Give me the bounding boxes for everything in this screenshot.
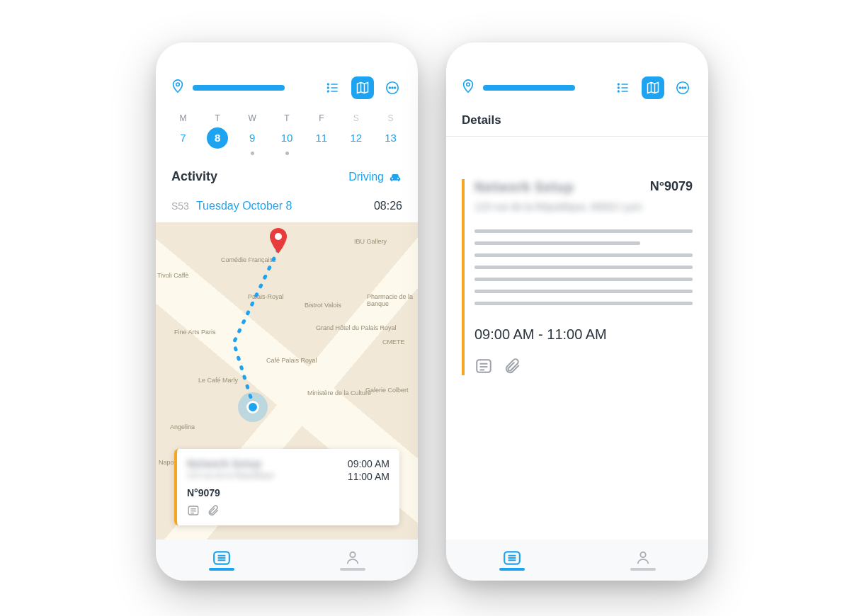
day-label: W [235, 113, 270, 123]
day-label: T [270, 113, 305, 123]
notes-icon[interactable] [474, 357, 493, 375]
day-9[interactable]: W9 [235, 113, 270, 155]
svg-point-22 [618, 84, 620, 85]
day-label: F [304, 113, 339, 123]
svg-point-10 [394, 87, 396, 89]
list-view-button[interactable] [612, 76, 635, 99]
map-view[interactable]: IBU GalleryComédie FrançaiseTivoli Caffè… [156, 222, 418, 540]
car-icon [388, 171, 402, 183]
card-subtitle-blurred: 123 rue de la République [187, 471, 274, 479]
date-text: Tuesday October 8 [196, 200, 367, 212]
day-8[interactable]: T8 [200, 113, 235, 155]
location-pin-icon[interactable] [460, 79, 476, 97]
destination-pin-icon[interactable] [269, 228, 288, 253]
svg-point-30 [682, 87, 683, 89]
details-time-range: 09:00 AM - 11:00 AM [474, 326, 693, 343]
driving-label: Driving [348, 171, 384, 183]
nav-tasks-tab[interactable] [446, 540, 577, 581]
notes-icon[interactable] [187, 504, 200, 517]
svg-point-40 [640, 552, 645, 557]
bottom-nav [446, 540, 708, 581]
tasks-list-icon [503, 550, 521, 566]
svg-point-0 [176, 83, 180, 86]
nav-profile-tab[interactable] [577, 540, 708, 581]
more-options-button[interactable] [381, 76, 404, 99]
svg-point-31 [685, 87, 686, 89]
list-view-button[interactable] [322, 76, 344, 99]
svg-point-8 [389, 87, 390, 89]
day-number: 13 [380, 127, 402, 149]
week-strip: M7T8W9T10F11S12S13 [156, 109, 418, 156]
nav-profile-tab[interactable] [287, 540, 418, 581]
current-time: 08:26 [374, 200, 402, 212]
day-number: 11 [311, 127, 332, 149]
day-event-dot [251, 152, 254, 155]
day-13[interactable]: S13 [373, 113, 408, 155]
profile-icon [635, 550, 652, 566]
tasks-list-icon [212, 550, 231, 566]
details-number: N°9079 [650, 179, 693, 194]
day-10[interactable]: T10 [270, 113, 305, 155]
svg-point-21 [467, 83, 470, 86]
svg-point-5 [328, 91, 329, 92]
svg-point-11 [275, 233, 282, 240]
day-number: 8 [207, 127, 228, 149]
attachment-icon[interactable] [207, 504, 220, 517]
day-11[interactable]: F11 [304, 113, 339, 155]
location-pin-icon[interactable] [170, 79, 186, 97]
day-number: 12 [346, 127, 367, 149]
activity-row: Activity Driving [156, 156, 418, 191]
details-text-skeleton [474, 229, 693, 305]
attachment-icon[interactable] [503, 357, 521, 375]
day-label: T [200, 113, 235, 123]
phone-activity: M7T8W9T10F11S12S13 Activity Driving S53 … [156, 42, 418, 581]
job-card[interactable]: Network Setup 123 rue de la République 0… [174, 449, 399, 525]
day-12[interactable]: S12 [339, 113, 373, 155]
screen-activity: M7T8W9T10F11S12S13 Activity Driving S53 … [156, 42, 418, 581]
topbar [446, 71, 708, 109]
day-number: 7 [172, 127, 193, 149]
day-number: 10 [276, 127, 297, 149]
activity-label: Activity [171, 169, 217, 184]
day-number: 9 [241, 127, 263, 149]
more-options-button[interactable] [671, 76, 694, 99]
phone-details: Details Network Setup N°9079 123 rue de … [446, 42, 708, 581]
card-icons [187, 504, 390, 517]
svg-point-9 [392, 87, 393, 89]
day-event-dot [285, 152, 289, 155]
driving-status[interactable]: Driving [348, 171, 402, 183]
title-placeholder [483, 85, 575, 91]
svg-point-3 [328, 87, 329, 89]
screen-details: Details Network Setup N°9079 123 rue de … [446, 42, 708, 581]
day-label: S [373, 113, 408, 123]
current-location-dot [246, 401, 259, 413]
svg-point-24 [618, 87, 620, 89]
card-time-start: 09:00 AM [348, 457, 390, 470]
day-label: S [339, 113, 373, 123]
title-placeholder [193, 85, 285, 91]
week-number: S53 [171, 200, 189, 212]
day-7[interactable]: M7 [166, 113, 200, 155]
topbar [156, 71, 418, 109]
svg-point-26 [618, 91, 620, 92]
card-number: N°9079 [187, 487, 390, 498]
card-time-end: 11:00 AM [348, 470, 390, 483]
bottom-nav [156, 540, 418, 581]
details-header: Details [446, 109, 708, 137]
details-card: Network Setup N°9079 123 rue de la Répub… [462, 179, 693, 375]
svg-point-1 [328, 84, 329, 85]
details-icons [474, 357, 693, 375]
date-row: S53 Tuesday October 8 08:26 [156, 191, 418, 222]
svg-point-29 [679, 87, 681, 89]
card-title-blurred: Network Setup [187, 457, 274, 469]
card-times: 09:00 AM 11:00 AM [348, 457, 390, 483]
map-view-button[interactable] [642, 76, 664, 99]
map-view-button[interactable] [351, 76, 374, 99]
details-body: Network Setup N°9079 123 rue de la Répub… [446, 137, 708, 540]
profile-icon [344, 550, 361, 566]
nav-tasks-tab[interactable] [156, 540, 287, 581]
details-address-blurred: 123 rue de la République, 69002 Lyon [474, 201, 693, 212]
svg-point-20 [350, 552, 355, 557]
day-label: M [166, 113, 200, 123]
details-title-blurred: Network Setup [474, 179, 574, 195]
